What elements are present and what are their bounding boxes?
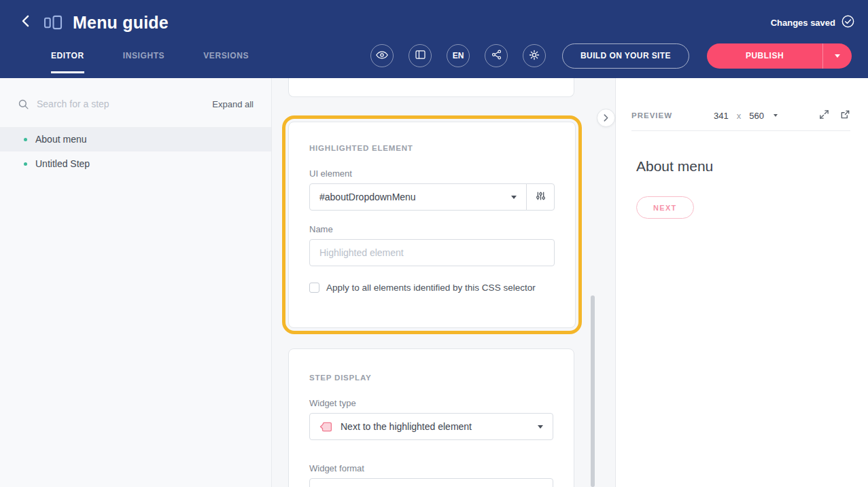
open-in-new-icon xyxy=(840,109,850,122)
back-button[interactable] xyxy=(16,14,34,31)
preview-actions xyxy=(819,109,850,122)
ui-element-selected-value: #aboutDropdownMenu xyxy=(319,192,503,202)
preview-size-separator: x xyxy=(737,111,742,121)
preview-size-select[interactable]: 341 x 560 xyxy=(714,111,778,121)
chevron-down-icon xyxy=(538,425,543,429)
publish-dropdown-button[interactable] xyxy=(822,43,852,69)
toolbar-icon-group: EN xyxy=(370,44,546,67)
preview-step-title: About menu xyxy=(636,158,848,175)
app: Menu guide Changes saved EDITOR INSIGHTS… xyxy=(0,0,868,487)
guide-logo-icon xyxy=(44,15,63,31)
share-icon xyxy=(491,50,502,62)
sliders-icon xyxy=(536,191,546,204)
steps-sidebar: Expand all About menu Untitled Step xyxy=(0,78,272,487)
open-in-new-tab-button[interactable] xyxy=(840,109,850,122)
section-title: STEP DISPLAY xyxy=(309,374,553,382)
check-circle-icon xyxy=(841,15,854,30)
preview-canvas: About menu NEXT xyxy=(616,131,868,219)
previous-settings-card-partial xyxy=(288,78,574,97)
search-icon xyxy=(18,99,29,109)
apply-all-row: Apply to all elements identified by this… xyxy=(309,283,555,293)
step-search-row: Expand all xyxy=(0,78,271,127)
ui-element-select[interactable]: #aboutDropdownMenu xyxy=(309,183,527,211)
section-title: HIGHLIGHTED ELEMENT xyxy=(309,144,555,152)
tooltip-widget-icon xyxy=(319,420,332,433)
widget-format-label: Widget format xyxy=(309,463,553,473)
preview-fullscreen-button[interactable] xyxy=(819,109,829,122)
step-bullet-icon xyxy=(24,162,27,166)
top-bar-title-row: Menu guide Changes saved xyxy=(0,0,868,38)
step-search-input[interactable] xyxy=(37,98,212,109)
ui-element-label: UI element xyxy=(309,168,555,179)
step-display-card: STEP DISPLAY Widget type Next to the hig… xyxy=(288,348,574,487)
widget-format-select[interactable] xyxy=(309,478,553,487)
preview-width-value: 341 xyxy=(714,111,729,121)
apply-all-checkbox[interactable] xyxy=(309,283,319,293)
eye-icon xyxy=(376,51,388,61)
step-bullet-icon xyxy=(24,138,27,141)
expand-all-link[interactable]: Expand all xyxy=(212,99,254,109)
widget-type-label: Widget type xyxy=(309,398,553,408)
gear-icon xyxy=(529,50,540,62)
editor-tabs: EDITOR INSIGHTS VERSIONS xyxy=(51,38,249,73)
step-list-item-untitled-step[interactable]: Untitled Step xyxy=(0,151,271,176)
chevron-left-icon xyxy=(22,15,29,30)
language-button[interactable]: EN xyxy=(447,44,470,67)
step-item-label: Untitled Step xyxy=(35,158,90,169)
settings-button[interactable] xyxy=(523,44,546,67)
step-item-label: About menu xyxy=(35,134,87,145)
highlighted-element-card-selection-ring: HIGHLIGHTED ELEMENT UI element #aboutDro… xyxy=(282,115,582,334)
highlighted-element-card: HIGHLIGHTED ELEMENT UI element #aboutDro… xyxy=(288,122,576,328)
preview-panel: PREVIEW 341 x 560 xyxy=(615,78,868,487)
publish-button[interactable]: PUBLISH xyxy=(707,43,822,69)
top-bar-toolbar-row: EDITOR INSIGHTS VERSIONS EN xyxy=(0,38,868,73)
chevron-down-icon xyxy=(835,54,840,58)
changes-saved-status: Changes saved xyxy=(771,15,854,30)
top-bar: Menu guide Changes saved EDITOR INSIGHTS… xyxy=(0,0,868,78)
build-on-your-site-button[interactable]: BUILD ON YOUR SITE xyxy=(562,43,689,69)
highlighted-element-name-input[interactable] xyxy=(309,239,555,266)
preview-title: PREVIEW xyxy=(631,111,672,120)
tab-insights[interactable]: INSIGHTS xyxy=(123,38,164,73)
publish-split-button: PUBLISH xyxy=(707,43,852,69)
preview-header: PREVIEW 341 x 560 xyxy=(631,101,850,131)
chevron-right-icon xyxy=(604,112,608,124)
tab-editor[interactable]: EDITOR xyxy=(51,38,84,73)
chevron-down-icon xyxy=(774,114,778,117)
preview-height-value: 560 xyxy=(749,111,764,121)
step-list-item-about-menu[interactable]: About menu xyxy=(0,127,271,151)
share-button[interactable] xyxy=(485,44,508,67)
widget-type-selected-value: Next to the highlighted element xyxy=(341,421,530,432)
widget-type-select[interactable]: Next to the highlighted element xyxy=(309,413,553,440)
changes-saved-label: Changes saved xyxy=(771,18,835,28)
expand-icon xyxy=(819,109,829,122)
preview-next-button[interactable]: NEXT xyxy=(636,196,694,219)
element-picker-settings-button[interactable] xyxy=(526,183,555,211)
layout-button[interactable] xyxy=(409,44,432,67)
preview-eye-button[interactable] xyxy=(370,44,394,67)
editor-scrollbar[interactable] xyxy=(591,295,595,487)
layout-panel-icon xyxy=(415,50,426,61)
collapse-preview-button[interactable] xyxy=(597,109,615,127)
apply-all-label: Apply to all elements identified by this… xyxy=(326,283,536,293)
body: Expand all About menu Untitled Step HIGH… xyxy=(0,78,868,487)
chevron-down-icon xyxy=(511,196,517,199)
name-label: Name xyxy=(309,224,555,234)
tab-versions[interactable]: VERSIONS xyxy=(203,38,249,73)
step-settings-panel: HIGHLIGHTED ELEMENT UI element #aboutDro… xyxy=(272,78,615,487)
page-title: Menu guide xyxy=(73,13,169,33)
